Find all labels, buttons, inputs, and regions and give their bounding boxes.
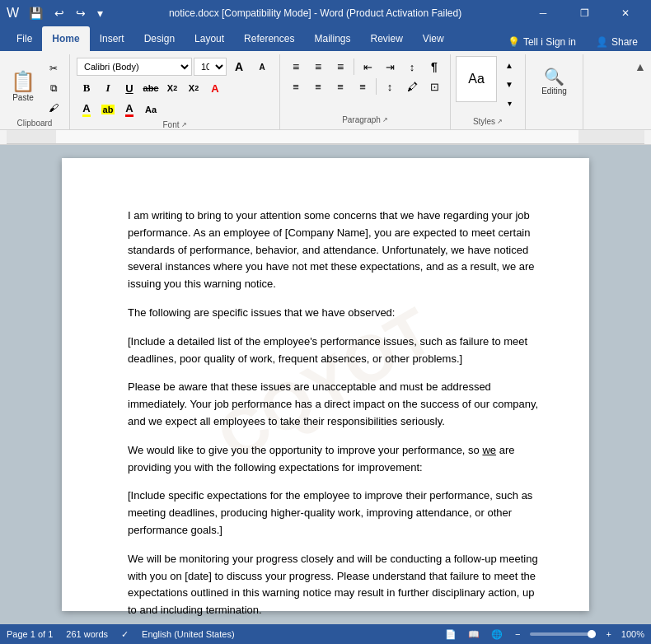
multilevel-list-button[interactable]: ≡ — [330, 58, 351, 76]
styles-scroll-down[interactable]: ▼ — [499, 75, 520, 93]
proofread-icon: ✓ — [121, 629, 129, 640]
paragraph-label: Paragraph ↗ — [285, 114, 445, 126]
show-hide-button[interactable]: ¶ — [424, 58, 445, 76]
align-left-button[interactable]: ≡ — [285, 77, 307, 96]
paste-icon: 📋 — [11, 72, 35, 91]
sort-button[interactable]: ↕ — [401, 58, 423, 76]
save-icon[interactable]: 💾 — [26, 5, 46, 21]
paragraph-7: We will be monitoring your progress clos… — [128, 551, 540, 619]
tab-design[interactable]: Design — [134, 26, 185, 51]
print-layout-view-button[interactable]: 📄 — [443, 626, 459, 642]
tell-me-button[interactable]: 💡 Tell i Sign in — [501, 33, 583, 51]
align-right-button[interactable]: ≡ — [330, 77, 351, 96]
underline-we: we — [482, 444, 496, 456]
underline-button[interactable]: U — [119, 79, 139, 97]
paragraph-group: ≡ ≡ ≡ ⇤ ⇥ ↕ ¶ ≡ ≡ ≡ ≡ ↕ 🖍 ⊡ Parag — [280, 54, 451, 129]
page-info: Page 1 of 1 — [7, 629, 53, 639]
strikethrough-button[interactable]: abc — [141, 79, 161, 97]
paragraph-align-row: ≡ ≡ ≡ ≡ ↕ 🖍 ⊡ — [285, 77, 445, 96]
font-format-row: B I U abc X2 X2 A — [77, 79, 273, 97]
zoom-slider[interactable] — [530, 632, 596, 636]
numbered-list-button[interactable]: ≡ — [307, 58, 329, 76]
close-button[interactable]: ✕ — [607, 0, 644, 26]
styles-more[interactable]: ▾ — [499, 94, 520, 112]
restore-button[interactable]: ❐ — [565, 0, 603, 26]
share-button[interactable]: 👤 Share — [589, 33, 644, 51]
share-icon: 👤 — [596, 36, 608, 48]
font-color-button[interactable]: A — [77, 100, 96, 119]
subscript-button[interactable]: X2 — [162, 79, 182, 97]
font-label: Font ↗ — [77, 119, 273, 131]
shading-button[interactable]: 🖍 — [401, 77, 423, 96]
document-content[interactable]: I am writing to bring to your attention … — [128, 208, 540, 619]
ribbon-right-actions: 💡 Tell i Sign in 👤 Share — [501, 33, 644, 51]
styles-label: Styles ↗ — [473, 115, 503, 128]
paragraph-list-row: ≡ ≡ ≡ ⇤ ⇥ ↕ ¶ — [285, 58, 445, 76]
copy-button[interactable]: ⧉ — [43, 79, 64, 97]
qa-dropdown-icon[interactable]: ▾ — [94, 5, 106, 21]
web-layout-view-button[interactable]: 🌐 — [489, 626, 505, 642]
font-shrink-button[interactable]: A — [251, 58, 273, 76]
status-bar: Page 1 of 1 261 words ✓ English (United … — [0, 624, 651, 644]
font-name-select[interactable]: Calibri (Body) — [77, 58, 192, 76]
zoom-thumb — [588, 630, 596, 638]
tab-mailings[interactable]: Mailings — [304, 26, 360, 51]
change-case-button[interactable]: Aa — [141, 100, 161, 119]
title-bar: W 💾 ↩ ↪ ▾ notice.docx [Compatibility Mod… — [0, 0, 651, 26]
italic-button[interactable]: I — [98, 79, 118, 97]
undo-icon[interactable]: ↩ — [51, 5, 68, 21]
format-painter-button[interactable]: 🖌 — [43, 99, 64, 117]
zoom-minus-button[interactable]: − — [512, 629, 523, 639]
decrease-indent-button[interactable]: ⇤ — [357, 58, 378, 76]
divider — [376, 78, 377, 95]
redo-icon[interactable]: ↪ — [73, 5, 89, 21]
text-color-a: A — [125, 102, 133, 117]
styles-scroll-up[interactable]: ▲ — [499, 56, 520, 74]
text-color-button[interactable]: A — [119, 100, 139, 119]
tab-references[interactable]: References — [234, 26, 304, 51]
read-mode-view-button[interactable]: 📖 — [466, 626, 482, 642]
tab-file[interactable]: File — [7, 26, 42, 51]
paste-button[interactable]: 📋 Paste — [5, 61, 41, 112]
word-count: 261 words — [66, 629, 108, 639]
status-right: 📄 📖 🌐 − + 100% — [443, 626, 644, 642]
divider — [354, 58, 354, 75]
window-title: notice.docx [Compatibility Mode] - Word … — [106, 7, 524, 19]
tab-insert[interactable]: Insert — [90, 26, 134, 51]
editing-label: Editing — [541, 86, 567, 96]
border-button[interactable]: ⊡ — [424, 77, 445, 96]
zoom-percent: 100% — [621, 629, 644, 639]
font-grow-button[interactable]: A — [228, 58, 250, 76]
editing-button[interactable]: 🔍 Editing — [536, 56, 573, 107]
clipboard-buttons: 📋 Paste ✂ ⧉ 🖌 — [5, 56, 64, 117]
ribbon-collapse-button[interactable]: ▲ — [630, 58, 651, 76]
zoom-plus-button[interactable]: + — [602, 629, 614, 639]
tab-home[interactable]: Home — [42, 26, 89, 51]
clear-format-button[interactable]: A — [205, 79, 225, 97]
cut-button[interactable]: ✂ — [43, 59, 64, 77]
styles-preview-normal[interactable]: Aa — [456, 56, 497, 102]
styles-normal-label: Aa — [468, 72, 485, 86]
bold-button[interactable]: B — [77, 79, 96, 97]
lightbulb-icon: 💡 — [508, 36, 520, 48]
align-center-button[interactable]: ≡ — [307, 77, 329, 96]
minimize-button[interactable]: ─ — [524, 0, 562, 26]
paragraph-1: I am writing to bring to your attention … — [128, 208, 540, 293]
word-logo-icon: W — [7, 6, 19, 21]
bullet-list-button[interactable]: ≡ — [285, 58, 307, 76]
share-label: Share — [611, 36, 638, 48]
justify-button[interactable]: ≡ — [352, 77, 373, 96]
line-spacing-button[interactable]: ↕ — [379, 77, 400, 96]
paragraph-3: [Include a detailed list of the employee… — [128, 334, 540, 368]
clipboard-group: 📋 Paste ✂ ⧉ 🖌 Clipboard — [0, 54, 70, 129]
superscript-button[interactable]: X2 — [184, 79, 204, 97]
highlight-button[interactable]: ab — [98, 100, 118, 119]
title-bar-left: W 💾 ↩ ↪ ▾ — [7, 5, 106, 21]
ribbon-tabs: File Home Insert Design Layout Reference… — [0, 26, 651, 51]
tab-view[interactable]: View — [413, 26, 454, 51]
document-area: CQYOT I am writing to bring to your atte… — [0, 145, 651, 624]
increase-indent-button[interactable]: ⇥ — [379, 58, 400, 76]
tab-review[interactable]: Review — [360, 26, 412, 51]
font-size-select[interactable]: 10 — [194, 58, 227, 76]
tab-layout[interactable]: Layout — [185, 26, 234, 51]
